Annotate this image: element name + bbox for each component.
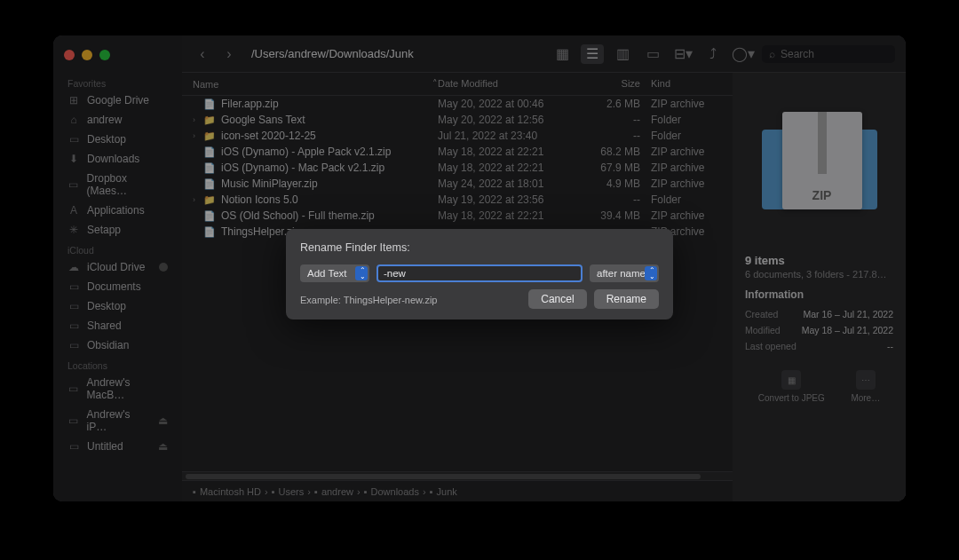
file-kind: ZIP archive: [651, 162, 722, 174]
sidebar-item-icon: A: [67, 204, 80, 217]
horizontal-scrollbar[interactable]: [182, 471, 733, 480]
rename-text-input[interactable]: [376, 264, 583, 282]
view-list-button[interactable]: ☰: [581, 44, 604, 64]
disclosure-triangle[interactable]: ›: [193, 115, 203, 124]
breadcrumb-item[interactable]: ▪Junk: [430, 486, 457, 497]
file-name: Filer.app.zip: [221, 98, 438, 110]
breadcrumb-item[interactable]: ▪Macintosh HD: [193, 486, 261, 497]
sidebar-item[interactable]: ▭Desktop: [53, 130, 182, 149]
path-bar: ▪Macintosh HD›▪Users›▪andrew›▪Downloads›…: [182, 480, 733, 501]
share-button[interactable]: ⤴: [701, 44, 725, 64]
disclosure-triangle[interactable]: ›: [193, 195, 203, 204]
file-icon: 📁: [203, 114, 218, 126]
sidebar-item[interactable]: ⊞Google Drive: [53, 91, 182, 110]
rename-mode-select[interactable]: Add Text⌃⌄: [300, 264, 369, 282]
breadcrumb-item[interactable]: ▪Downloads: [364, 486, 419, 497]
sidebar-item-icon: ▭: [67, 133, 80, 146]
sidebar-item-label: Andrew's MacB…: [86, 376, 168, 401]
breadcrumb-item[interactable]: ▪Users: [272, 486, 305, 497]
sidebar-item-label: andrew: [87, 114, 122, 126]
sidebar-item-label: Andrew's iP…: [87, 408, 151, 433]
forward-button[interactable]: ›: [219, 44, 239, 64]
file-icon: 📄: [203, 99, 218, 110]
sidebar-item[interactable]: ▭Desktop: [53, 296, 182, 316]
file-kind: ZIP archive: [651, 209, 722, 222]
file-size: --: [580, 193, 651, 206]
file-name: Music MiniPlayer.zip: [221, 177, 438, 190]
close-window-button[interactable]: [64, 50, 75, 60]
file-icon: 📁: [203, 130, 218, 142]
cancel-button[interactable]: Cancel: [528, 289, 586, 309]
file-date: May 18, 2022 at 22:21: [438, 162, 580, 174]
file-row[interactable]: 📄OS (Old School) - Full theme.zipMay 18,…: [182, 208, 733, 224]
preview-panel: ZIP 9 items 6 documents, 3 folders - 217…: [733, 73, 906, 501]
sidebar-item[interactable]: ☁iCloud Drive: [53, 257, 182, 277]
sidebar-item[interactable]: ✳Setapp: [53, 220, 182, 240]
search-field[interactable]: ⌕ Search: [762, 45, 895, 63]
minimize-window-button[interactable]: [82, 50, 92, 60]
sidebar-item-icon: ▭: [67, 414, 80, 427]
file-row[interactable]: 📄iOS (Dynamo) - Mac Pack v2.1.zipMay 18,…: [182, 160, 733, 176]
sidebar-item[interactable]: ▭Obsidian: [53, 335, 182, 355]
file-size: 39.4 MB: [580, 209, 651, 222]
file-kind: Folder: [651, 193, 722, 206]
eject-icon[interactable]: ⏏: [158, 414, 168, 427]
file-size: 2.6 MB: [580, 98, 651, 110]
eject-icon[interactable]: ⏏: [158, 440, 168, 453]
quick-action-convert[interactable]: ▦Convert to JPEG: [758, 370, 825, 403]
sidebar-item-label: Downloads: [87, 153, 139, 165]
column-date[interactable]: Date Modified: [438, 78, 580, 90]
sidebar-item-label: Desktop: [87, 133, 126, 146]
rename-example: Example: ThingsHelper-new.zip: [300, 295, 437, 305]
file-row[interactable]: 📄Music MiniPlayer.zipMay 24, 2022 at 18:…: [182, 176, 733, 192]
file-name: Google Sans Text: [221, 114, 438, 126]
view-icons-button[interactable]: ▦: [551, 44, 574, 64]
file-row[interactable]: ›📁Google Sans TextMay 20, 2022 at 12:56-…: [182, 112, 733, 128]
quick-action-more[interactable]: ⋯More…: [851, 370, 880, 403]
column-kind[interactable]: Kind: [651, 78, 722, 90]
sidebar-item[interactable]: ▭Untitled⏏: [53, 437, 182, 456]
column-name[interactable]: Name˄: [193, 78, 438, 90]
sidebar-item-icon: ▭: [67, 300, 80, 312]
progress-badge: [159, 263, 168, 272]
tags-button[interactable]: ◯▾: [732, 44, 755, 64]
breadcrumb-item[interactable]: ▪andrew: [314, 486, 353, 497]
sidebar-item[interactable]: ▭Dropbox (Maes…: [53, 169, 182, 201]
view-columns-button[interactable]: ▥: [611, 44, 634, 64]
disclosure-triangle[interactable]: ›: [193, 131, 203, 140]
sidebar-item[interactable]: AApplications: [53, 201, 182, 220]
sidebar-item[interactable]: ▭Andrew's MacB…: [53, 373, 182, 405]
sidebar-item-label: Setapp: [87, 224, 121, 236]
sidebar-item-label: Shared: [87, 319, 122, 332]
sidebar-section-heading: Favorites: [53, 73, 182, 91]
sidebar-item-label: iCloud Drive: [87, 261, 145, 273]
sidebar-item[interactable]: ▭Documents: [53, 277, 182, 296]
column-headers: Name˄ Date Modified Size Kind: [182, 73, 733, 96]
sidebar-item[interactable]: ⬇Downloads: [53, 149, 182, 169]
sidebar-item-label: Untitled: [87, 440, 123, 453]
column-size[interactable]: Size: [580, 78, 651, 90]
file-row[interactable]: ›📁Notion Icons 5.0May 19, 2022 at 23:56-…: [182, 192, 733, 208]
group-menu[interactable]: ⊟▾: [671, 44, 694, 64]
file-size: 4.9 MB: [580, 177, 651, 190]
file-size: 68.2 MB: [580, 146, 651, 158]
sidebar-item[interactable]: ▭Shared: [53, 316, 182, 335]
sidebar-item[interactable]: ▭Andrew's iP…⏏: [53, 405, 182, 437]
sidebar-item[interactable]: ⌂andrew: [53, 110, 182, 130]
rename-button[interactable]: Rename: [594, 289, 659, 309]
back-button[interactable]: ‹: [193, 44, 212, 64]
selection-count: 9 items: [745, 254, 893, 267]
folder-icon: ▪: [314, 486, 318, 497]
file-row[interactable]: ›📁icon-set 2020-12-25Jul 21, 2022 at 23:…: [182, 128, 733, 144]
zoom-window-button[interactable]: [99, 50, 110, 60]
file-row[interactable]: 📄iOS (Dynamo) - Apple Pack v2.1.zipMay 1…: [182, 144, 733, 160]
sidebar-section-heading: iCloud: [53, 240, 182, 257]
view-gallery-button[interactable]: ▭: [641, 44, 664, 64]
file-row[interactable]: 📄Filer.app.zipMay 20, 2022 at 00:462.6 M…: [182, 96, 733, 112]
rename-position-select[interactable]: after name⌃⌄: [590, 264, 659, 282]
file-date: May 18, 2022 at 22:21: [438, 146, 580, 158]
window-controls: [53, 44, 182, 73]
file-date: May 24, 2022 at 18:01: [438, 177, 580, 190]
file-date: May 20, 2022 at 00:46: [438, 98, 580, 110]
file-date: May 19, 2022 at 23:56: [438, 193, 580, 206]
